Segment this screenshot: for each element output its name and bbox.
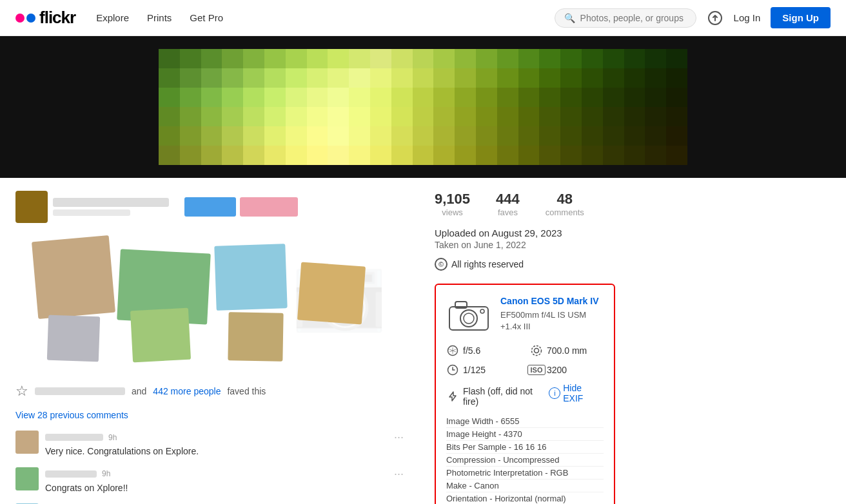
login-button[interactable]: Log In (734, 12, 761, 23)
exif-iso: ISO 3200 (530, 363, 604, 376)
svg-point-7 (532, 346, 542, 356)
focal-icon (530, 344, 543, 357)
dot-pink (15, 14, 25, 23)
user-info (53, 198, 169, 216)
nav-links: Explore Prints Get Pro (96, 12, 223, 23)
comment-text: Congrats on Xplore!! (45, 482, 404, 495)
photo-sub-1 (47, 315, 100, 362)
exif-shutter: 1/125 (446, 363, 520, 376)
hide-exif-row: i Hide EXIF (549, 383, 604, 403)
comment-avatar (15, 467, 39, 490)
nav-explore[interactable]: Explore (96, 12, 129, 23)
comment-name (45, 470, 97, 478)
photo-collage: 📷 (15, 238, 404, 367)
upload-info: Uploaded on August 29, 2023 Taken on Jun… (435, 228, 831, 250)
logo-dots (15, 14, 35, 23)
signup-button[interactable]: Sign Up (771, 7, 831, 28)
upload-button[interactable] (707, 11, 723, 25)
tag-boxes (184, 197, 298, 217)
iso-value: 3200 (547, 365, 567, 375)
photo-sub-3 (228, 312, 283, 361)
stat-faves: 444 faves (496, 191, 520, 217)
upload-icon (707, 11, 723, 25)
aperture-value: f/5.6 (463, 345, 480, 356)
shutter-value: 1/125 (463, 365, 486, 375)
user-avatar (15, 191, 48, 223)
fave-name-bar (35, 387, 125, 395)
logo-text: flickr (39, 8, 75, 28)
nav-getpro[interactable]: Get Pro (190, 12, 223, 23)
search-input[interactable] (580, 13, 687, 23)
info-icon: i (549, 387, 560, 399)
camera-model: Canon EOS 5D Mark IV (500, 295, 604, 307)
right-panel: 9,105 views 444 faves 48 comments Upload… (419, 178, 846, 504)
photo-card-1 (32, 235, 115, 319)
logo[interactable]: flickr (15, 8, 75, 28)
comment-dots[interactable]: ··· (389, 467, 404, 481)
comments-list: 9h ··· Very nice. Congratulations on Exp… (15, 431, 404, 504)
exif-detail-list: Image Width - 6555 Image Height - 4370 B… (446, 415, 604, 504)
fave-suffix: faved this (227, 386, 266, 396)
left-panel: 📷 ☆ and 442 more people faved this View … (0, 178, 419, 504)
hero-image (159, 49, 687, 165)
stat-comments: 48 comments (546, 191, 584, 217)
aperture-icon (446, 344, 459, 357)
fave-more-link[interactable]: 442 more people (153, 386, 221, 396)
comment-body: 9h ··· Very nice. Congratulations on Exp… (45, 431, 404, 458)
faves-count: 444 (496, 191, 520, 208)
hide-exif-link[interactable]: Hide EXIF (563, 383, 604, 403)
nav-prints[interactable]: Prints (147, 12, 172, 23)
camera-icon-svg (446, 295, 491, 334)
fave-row: ☆ and 442 more people faved this (15, 383, 404, 400)
comments-count: 48 (546, 191, 584, 208)
comment-time: 9h (102, 469, 110, 478)
comment-dots[interactable]: ··· (389, 431, 404, 444)
flash-hide-row: Flash (off, did not fire) i Hide EXIF (446, 383, 604, 410)
focal-value: 700.0 mm (547, 345, 587, 356)
tag-box-2 (240, 197, 298, 217)
copyright-icon: © (435, 258, 448, 271)
stats-row: 9,105 views 444 faves 48 comments (435, 191, 831, 217)
svg-point-2 (460, 310, 477, 327)
star-icon[interactable]: ☆ (15, 383, 28, 400)
iso-badge: ISO (527, 365, 546, 375)
flash-value: Flash (off, did not fire) (463, 386, 549, 407)
exif-camera-info: Canon EOS 5D Mark IV EF500mm f/4L IS USM… (500, 295, 604, 333)
comment-avatar (15, 431, 39, 454)
shutter-icon (446, 363, 459, 376)
exif-flash: Flash (off, did not fire) (446, 386, 549, 407)
exif-detail-item: Compression - Uncompressed (446, 454, 604, 467)
copyright-row: © All rights reserved (435, 258, 831, 271)
faves-label: faves (496, 208, 520, 217)
nav-right: Log In Sign Up (707, 7, 831, 28)
upload-date: Uploaded on August 29, 2023 (435, 228, 831, 238)
exif-focal: 700.0 mm (530, 344, 604, 357)
exif-detail-item: Orientation - Horizontal (normal) (446, 492, 604, 504)
svg-point-8 (535, 349, 539, 353)
comment-header: 9h ··· (45, 467, 404, 481)
view-prev-comments-link[interactable]: View 28 previous comments (15, 410, 404, 420)
comment-item: 9h ··· Congrats on Xplore!! (15, 467, 404, 495)
comment-time: 9h (108, 433, 117, 442)
search-icon: 🔍 (564, 13, 575, 23)
hero-area (0, 36, 846, 178)
svg-point-5 (480, 309, 484, 313)
comment-body: 9h ··· Congrats on Xplore!! (45, 467, 404, 495)
user-name-bar (53, 198, 169, 207)
exif-camera-row: Canon EOS 5D Mark IV EF500mm f/4L IS USM… (446, 295, 604, 334)
iso-icon: ISO (530, 363, 543, 376)
content-area: 📷 ☆ and 442 more people faved this View … (0, 178, 846, 504)
exif-detail-item: Image Width - 6555 (446, 415, 604, 428)
taken-date: Taken on June 1, 2022 (435, 240, 831, 250)
exif-detail-item: Image Height - 4370 (446, 428, 604, 441)
comment-item: 9h ··· Very nice. Congratulations on Exp… (15, 431, 404, 458)
navbar: flickr Explore Prints Get Pro 🔍 Log In S… (0, 0, 846, 36)
search-bar[interactable]: 🔍 (555, 8, 696, 28)
tag-box-1 (184, 197, 236, 217)
photo-card-4 (297, 262, 366, 325)
comment-header: 9h ··· (45, 431, 404, 444)
stat-views: 9,105 views (435, 191, 470, 217)
exif-detail-item: Bits Per Sample - 16 16 16 (446, 441, 604, 454)
user-action-row (15, 191, 404, 223)
photo-card-3 (214, 244, 287, 311)
